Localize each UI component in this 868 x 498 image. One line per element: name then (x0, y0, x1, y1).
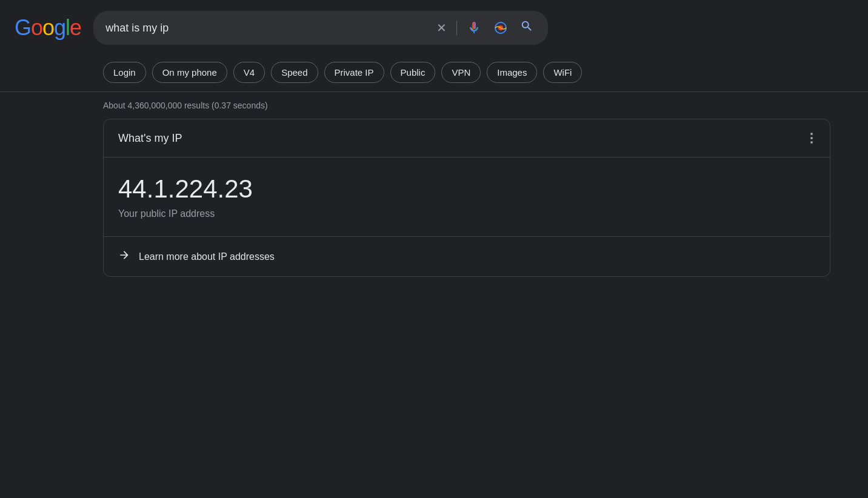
dot1 (810, 133, 813, 135)
chip-v4[interactable]: V4 (233, 62, 265, 83)
clear-button[interactable]: ✕ (434, 18, 449, 38)
logo-g2: g (54, 15, 65, 40)
dot2 (810, 137, 813, 139)
dot3 (810, 141, 813, 144)
chip-login[interactable]: Login (103, 62, 146, 83)
chip-speed[interactable]: Speed (271, 62, 318, 83)
card-body: 44.1.224.23 Your public IP address (104, 158, 830, 237)
card-title: What's my IP (118, 132, 182, 145)
chip-on-my-phone[interactable]: On my phone (152, 62, 227, 83)
close-icon: ✕ (436, 21, 447, 35)
microphone-icon (467, 21, 481, 35)
search-submit-button[interactable] (518, 17, 536, 39)
search-input[interactable]: what is my ip (105, 22, 427, 35)
lens-icon (493, 21, 508, 35)
voice-search-button[interactable] (464, 18, 484, 38)
lens-button[interactable] (491, 18, 510, 38)
logo-e: e (70, 15, 81, 40)
arrow-right-icon (118, 249, 130, 264)
learn-more-link[interactable]: Learn more about IP addresses (104, 237, 830, 276)
ip-card: What's my IP 44.1.224.23 Your public IP … (103, 119, 830, 277)
ip-description: Your public IP address (118, 208, 815, 219)
google-logo: Google (15, 15, 81, 41)
logo-g1: G (15, 15, 31, 40)
chip-vpn[interactable]: VPN (441, 62, 481, 83)
logo-o2: o (42, 15, 54, 40)
results-info: About 4,360,000,000 results (0.37 second… (0, 92, 868, 119)
chip-public[interactable]: Public (390, 62, 436, 83)
learn-more-text: Learn more about IP addresses (139, 251, 275, 262)
ip-address: 44.1.224.23 (118, 174, 815, 204)
chip-private-ip[interactable]: Private IP (324, 62, 384, 83)
more-options-button[interactable] (808, 130, 815, 146)
search-bar: what is my ip ✕ (93, 11, 548, 45)
card-header: What's my IP (104, 119, 830, 158)
chip-images[interactable]: Images (487, 62, 537, 83)
header: Google what is my ip ✕ (0, 0, 868, 56)
chip-wifi[interactable]: WiFi (543, 62, 582, 83)
search-icon (520, 19, 533, 36)
chips-row: LoginOn my phoneV4SpeedPrivate IPPublicV… (0, 56, 868, 92)
search-divider (456, 21, 457, 35)
logo-o1: o (31, 15, 42, 40)
main-content: What's my IP 44.1.224.23 Your public IP … (0, 119, 868, 277)
